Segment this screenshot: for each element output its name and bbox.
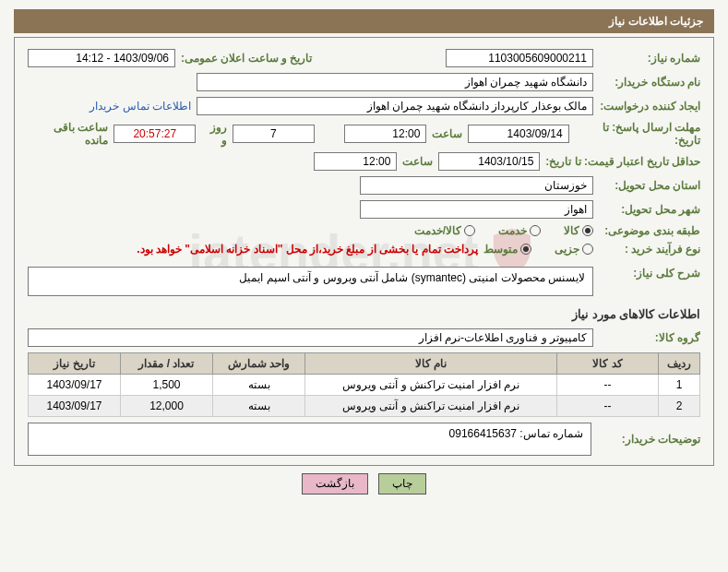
deadline-time-label: ساعت (432, 127, 462, 140)
print-button[interactable]: چاپ (378, 473, 426, 495)
radio-icon (582, 244, 593, 255)
radio-icon (520, 244, 531, 255)
days-left-field: 7 (233, 125, 315, 143)
province-label: استان محل تحویل: (599, 179, 700, 192)
radio-minor[interactable]: جزیی (555, 243, 593, 256)
contact-link[interactable]: اطلاعات تماس خریدار (90, 100, 191, 113)
days-and-label: روز و (201, 121, 226, 147)
goods-info-title: اطلاعات کالاهای مورد نیاز (28, 307, 700, 321)
buyer-notes-field: شماره تماس: 09166415637 (28, 423, 591, 456)
purchase-type-label: نوع فرآیند خرید : (599, 243, 700, 256)
category-label: طبقه بندی موضوعی: (599, 224, 700, 237)
radio-goods-service[interactable]: کالا/خدمت (414, 224, 475, 237)
need-no-field: 1103005609000211 (446, 49, 593, 67)
general-desc-label: شرح کلی نیاز: (599, 267, 700, 280)
th-code: کد کالا (557, 353, 659, 375)
radio-icon (582, 225, 593, 236)
radio-service[interactable]: خدمت (498, 224, 541, 237)
category-radios: کالا خدمت کالا/خدمت (414, 224, 593, 237)
radio-icon (464, 225, 475, 236)
radio-goods[interactable]: کالا (564, 224, 593, 237)
remaining-label: ساعت باقی مانده (28, 121, 108, 147)
table-row: 1 -- نرم افزار امنیت تراکنش و آنتی ویروس… (29, 375, 700, 396)
requester-label: ایجاد کننده درخواست: (599, 100, 700, 113)
goods-table: ردیف کد کالا نام کالا واحد شمارش تعداد /… (28, 352, 700, 417)
price-validity-time-label: ساعت (402, 155, 433, 168)
purchase-radios: جزیی متوسط (483, 243, 593, 256)
buyer-org-field: دانشگاه شهید چمران اهواز (197, 73, 593, 91)
th-date: تاریخ نیاز (29, 353, 121, 375)
need-no-label: شماره نیاز: (599, 52, 700, 65)
announce-dt-field: 1403/09/06 - 14:12 (28, 49, 175, 67)
price-validity-time-field: 12:00 (314, 152, 397, 171)
countdown-field: 20:57:27 (113, 125, 196, 143)
announce-dt-label: تاریخ و ساعت اعلان عمومی: (181, 52, 312, 65)
city-field: اهواز (360, 200, 593, 219)
buyer-org-label: نام دستگاه خریدار: (599, 76, 700, 89)
province-field: خوزستان (360, 176, 593, 195)
page-title: جزئیات اطلاعات نیاز (14, 9, 714, 33)
buyer-notes-label: توضیحات خریدار: (599, 433, 700, 446)
deadline-label: مهلت ارسال پاسخ: تا تاریخ: (575, 121, 700, 147)
price-validity-date-field: 1403/10/15 (438, 152, 540, 171)
radio-medium[interactable]: متوسط (483, 243, 531, 256)
city-label: شهر محل تحویل: (599, 203, 700, 216)
th-name: نام کالا (305, 353, 557, 375)
general-desc-field: لایسنس محصولات امنیتی (symantec) شامل آن… (28, 267, 593, 296)
purchase-note: پرداخت تمام یا بخشی از مبلغ خرید،از محل … (137, 243, 478, 256)
radio-icon (530, 225, 541, 236)
th-unit: واحد شمارش (213, 353, 305, 375)
requester-field: مالک بوعذار کارپرداز دانشگاه شهید چمران … (197, 97, 593, 115)
goods-group-field: کامپیوتر و فناوری اطلاعات-نرم افزار (28, 328, 593, 347)
deadline-time-field: 12:00 (344, 125, 426, 143)
th-idx: ردیف (659, 353, 700, 375)
th-qty: تعداد / مقدار (121, 353, 213, 375)
back-button[interactable]: بازگشت (302, 473, 368, 495)
footer-buttons: چاپ بازگشت (14, 473, 714, 495)
price-validity-label: حداقل تاریخ اعتبار قیمت: تا تاریخ: (545, 155, 700, 168)
table-row: 2 -- نرم افزار امنیت تراکنش و آنتی ویروس… (29, 396, 700, 417)
deadline-date-field: 1403/09/14 (468, 125, 568, 143)
goods-group-label: گروه کالا: (599, 331, 700, 344)
